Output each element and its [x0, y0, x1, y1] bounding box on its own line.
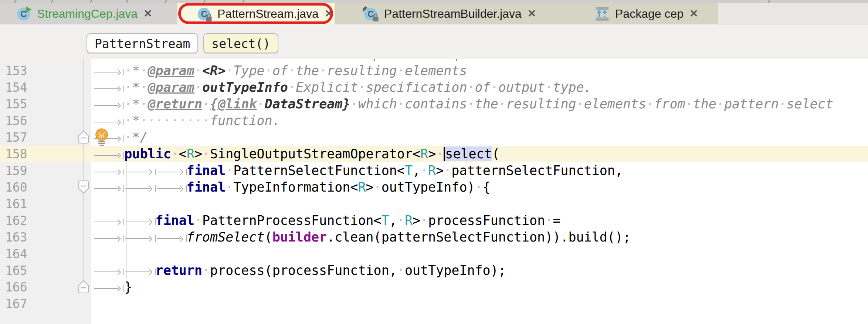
editor-tab-bar: CStreamingCep.java✕CPatternStream.java✕C… — [0, 0, 868, 24]
fold-gutter — [74, 229, 91, 246]
line-number[interactable]: 164 — [0, 246, 74, 262]
line-number[interactable]: 154 — [0, 79, 74, 96]
code-text[interactable] — [91, 296, 868, 312]
line-number[interactable]: 160 — [0, 179, 74, 196]
tab-whitespace-arrow — [93, 119, 124, 125]
fold-gutter — [74, 96, 91, 112]
code-line-162[interactable]: 162final·PatternProcessFunction<T,·R>·pr… — [0, 212, 868, 229]
line-number[interactable]: 163 — [0, 229, 74, 246]
line-number[interactable] — [0, 59, 74, 63]
code-text[interactable]: fromSelect(builder.clean(patternSelectFu… — [91, 229, 868, 246]
fold-gutter — [74, 112, 91, 129]
code-line-155[interactable]: 155·*·@return·{@link·DataStream}·which·c… — [0, 96, 868, 112]
tab-whitespace-arrow — [124, 219, 155, 225]
line-number[interactable]: 161 — [0, 196, 74, 212]
code-line-163[interactable]: 163fromSelect(builder.clean(patternSelec… — [0, 229, 868, 246]
diff-icon — [594, 5, 611, 22]
code-text[interactable]: ·*·········function. — [91, 112, 868, 129]
fold-marker-up[interactable] — [78, 130, 89, 147]
close-icon[interactable]: ✕ — [143, 9, 152, 19]
code-text[interactable]: final·PatternProcessFunction<T,·R>·proce… — [91, 212, 868, 229]
line-number[interactable]: 165 — [0, 262, 74, 279]
fold-gutter — [74, 212, 91, 229]
window-edge-tick — [14, 0, 17, 3]
line-number[interactable]: 159 — [0, 162, 74, 179]
code-text[interactable]: ·*·@param·outTypeInfo·Explicit·specifica… — [91, 79, 868, 96]
window-edge-tick — [203, 0, 207, 3]
code-line-165[interactable]: 165return·process(processFunction,·outTy… — [0, 262, 868, 279]
line-number[interactable]: 153 — [0, 63, 74, 79]
breadcrumb-method-chip[interactable]: select() — [203, 33, 278, 53]
code-line-166[interactable]: 166} — [0, 279, 868, 296]
tab-whitespace-arrow — [93, 85, 124, 92]
window-edge-tick — [164, 0, 168, 3]
breadcrumb-class-chip[interactable]: PatternStream — [87, 33, 198, 53]
code-line-154[interactable]: 154·*·@param·outTypeInfo·Explicit·specif… — [0, 79, 868, 96]
tab-whitespace-arrow — [93, 285, 124, 292]
fold-gutter — [74, 59, 91, 63]
close-icon[interactable]: ✕ — [689, 9, 698, 19]
code-text[interactable]: public·<R>·SingleOutputStreamOperator<R>… — [91, 146, 868, 162]
code-text[interactable]: ·*······························pattern·… — [91, 59, 868, 63]
class-locked-modified-icon: C — [363, 5, 380, 22]
line-number[interactable]: 166 — [0, 279, 74, 296]
tab-whitespace-arrow — [156, 235, 187, 242]
fold-gutter — [74, 296, 91, 312]
tab-patternstreambuilder-java[interactable]: CPatternStreamBuilder.java✕ — [335, 3, 577, 24]
code-text[interactable]: ·*·@return·{@link·DataStream}·which·cont… — [91, 96, 868, 112]
code-line-clipped[interactable]: ·*······························pattern·… — [0, 59, 868, 63]
window-edge-tick — [89, 0, 93, 3]
code-line-164[interactable]: 164 — [0, 246, 868, 262]
line-number[interactable]: 157 — [0, 129, 74, 146]
line-number[interactable]: 162 — [0, 212, 74, 229]
code-line-157[interactable]: 157·*/ — [0, 129, 868, 146]
tab-whitespace-arrow — [93, 69, 124, 75]
fold-gutter — [74, 79, 91, 96]
tab-whitespace-arrow — [93, 185, 124, 192]
code-line-158[interactable]: 158public·<R>·SingleOutputStreamOperator… — [0, 146, 868, 162]
tab-whitespace-arrow — [156, 169, 187, 175]
code-text[interactable]: final·TypeInformation<R>·outTypeInfo)·{ — [91, 179, 868, 196]
tab-patternstream-java[interactable]: CPatternStream.java✕ — [177, 3, 335, 24]
close-icon[interactable]: ✕ — [325, 9, 333, 19]
line-number[interactable]: 155 — [0, 96, 74, 112]
line-number[interactable]: 156 — [0, 112, 74, 129]
code-line-167[interactable]: 167 — [0, 296, 868, 312]
code-line-159[interactable]: 159final·PatternSelectFunction<T,·R>·pat… — [0, 162, 868, 179]
code-text[interactable] — [91, 196, 868, 212]
code-text[interactable]: ·*/ — [91, 129, 868, 146]
fold-gutter — [74, 146, 91, 162]
class-locked-icon: C — [196, 5, 213, 22]
code-line-156[interactable]: 156·*·········function. — [0, 112, 868, 129]
line-number[interactable]: 167 — [0, 296, 74, 312]
tab-whitespace-arrow — [93, 152, 124, 159]
code-editor[interactable]: ·*······························pattern·… — [0, 59, 868, 324]
window-edge-tick — [125, 0, 129, 3]
code-text[interactable] — [91, 246, 868, 262]
indent-guide — [126, 162, 127, 279]
code-line-153[interactable]: 153·*·@param·<R>·Type·of·the·resulting·e… — [0, 63, 868, 79]
fold-gutter — [74, 196, 91, 212]
code-text[interactable]: } — [91, 279, 868, 296]
fold-marker-up[interactable] — [78, 280, 89, 297]
fold-marker-down[interactable] — [78, 180, 89, 197]
tab-package-cep[interactable]: Package cep✕ — [577, 3, 718, 24]
breadcrumb-bar: PatternStream select() — [0, 24, 868, 59]
code-line-160[interactable]: 160final·TypeInformation<R>·outTypeInfo)… — [0, 179, 868, 196]
code-text[interactable]: ·*·@param·<R>·Type·of·the·resulting·elem… — [91, 63, 868, 79]
code-text[interactable]: return·process(processFunction,·outTypeI… — [91, 262, 868, 279]
tab-whitespace-arrow — [93, 219, 124, 225]
clipped-line-sliver: ·*······························pattern·… — [0, 59, 868, 63]
class-runnable-icon: C — [16, 5, 33, 22]
line-number[interactable]: 158 — [0, 146, 74, 162]
svg-text:C: C — [21, 9, 27, 19]
window-edge-strip — [0, 0, 868, 3]
tab-bar-empty-area — [718, 3, 868, 24]
tab-label: StreamingCep.java — [37, 7, 138, 21]
close-icon[interactable]: ✕ — [528, 9, 536, 19]
fold-gutter — [74, 162, 91, 179]
tab-streamingcep-java[interactable]: CStreamingCep.java✕ — [0, 3, 177, 24]
code-text[interactable]: final·PatternSelectFunction<T,·R>·patter… — [91, 162, 868, 179]
intention-bulb-icon[interactable] — [93, 128, 110, 150]
code-line-161[interactable]: 161 — [0, 196, 868, 212]
